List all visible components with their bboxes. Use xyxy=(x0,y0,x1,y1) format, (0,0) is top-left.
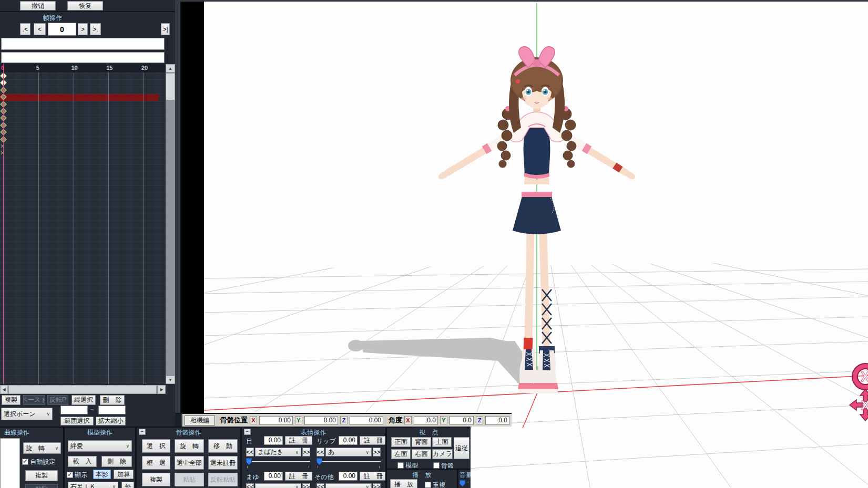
frame-last-button[interactable]: >| xyxy=(161,23,170,35)
view-follow-button[interactable]: 追従 xyxy=(454,437,469,459)
frame-first-button[interactable]: .< xyxy=(20,23,30,35)
repeat-checkbox[interactable]: 重複 xyxy=(425,481,445,488)
bone-move-button[interactable]: 移 動 xyxy=(208,439,238,453)
box-select-button[interactable]: 框 選 xyxy=(142,456,170,470)
frame-info-field-2[interactable] xyxy=(1,52,165,63)
eye-slider[interactable] xyxy=(246,458,310,465)
curve-channel-dropdown[interactable]: 旋 轉∨ xyxy=(23,442,61,454)
view-back-button[interactable]: 背面 xyxy=(412,437,431,447)
display-checkbox[interactable]: 顯示 xyxy=(67,471,87,480)
other-register-button[interactable]: 註 冊 xyxy=(360,472,385,481)
range-select-button[interactable]: 範囲選択 xyxy=(60,417,94,425)
angle-x-value[interactable]: 0.0 xyxy=(414,416,438,425)
slider-handle[interactable] xyxy=(316,458,322,465)
brow-prev-button[interactable]: << xyxy=(246,483,254,488)
view-left-button[interactable]: 左面 xyxy=(391,449,411,459)
rotate-x-gizmo[interactable]: X xyxy=(855,366,868,387)
bone-list-dropdown[interactable]: 右足ＩＫ∨ xyxy=(68,482,118,488)
self-shadow-toggle[interactable]: 本影 xyxy=(93,470,111,479)
move-x-gizmo[interactable]: X xyxy=(850,389,868,421)
delete-keyframe-button[interactable]: 刪 除 xyxy=(100,395,125,405)
keyframe-column: ✕✕ xyxy=(0,72,8,384)
bone-select-button[interactable]: 選 択 xyxy=(142,439,170,453)
eye-next-button[interactable]: >> xyxy=(302,448,310,456)
other-value[interactable]: 0.00 xyxy=(339,472,358,481)
lip-value[interactable]: 0.00 xyxy=(339,436,358,445)
eye-value[interactable]: 0.00 xyxy=(264,436,283,445)
lip-register-button[interactable]: 註 冊 xyxy=(360,436,385,445)
other-morph-dropdown[interactable]: ∨ xyxy=(325,483,372,488)
bone-paste-button[interactable]: 粘貼 xyxy=(175,473,204,486)
lip-next-button[interactable]: >> xyxy=(373,448,381,456)
other-prev-button[interactable]: << xyxy=(316,483,324,488)
auto-setting-checkbox[interactable]: 自動設定 xyxy=(22,458,55,466)
additive-toggle[interactable]: 加算 xyxy=(114,470,134,479)
bone-flip-paste-button[interactable]: 反転粘貼 xyxy=(208,473,238,486)
model-select-dropdown[interactable]: 絆愛∨ xyxy=(68,440,132,452)
vertical-scrollbar-thumb[interactable] xyxy=(166,73,175,100)
frame-prev-button[interactable]: < xyxy=(34,23,46,35)
playhead-line[interactable] xyxy=(3,64,4,384)
undo-button[interactable]: 撤销 xyxy=(20,1,56,11)
lip-slider[interactable] xyxy=(316,458,381,465)
view-top-button[interactable]: 上面 xyxy=(432,437,452,447)
frame-next-dot-button[interactable]: >. xyxy=(90,23,101,35)
eye-prev-button[interactable]: << xyxy=(246,448,254,456)
bone-copy-button[interactable]: 複製 xyxy=(142,473,170,486)
view-right-button[interactable]: 右面 xyxy=(412,449,431,459)
select-all-button[interactable]: 選中全部 xyxy=(175,456,204,470)
range-from-input[interactable] xyxy=(60,406,88,414)
scroll-up-icon[interactable]: ▲ xyxy=(166,64,175,72)
slider-handle[interactable] xyxy=(246,458,252,465)
horizontal-scrollbar-thumb[interactable] xyxy=(8,385,157,394)
redo-button[interactable]: 恢复 xyxy=(67,1,103,11)
eye-register-button[interactable]: 註 冊 xyxy=(285,436,312,445)
keyframe-marker-11[interactable]: ✕ xyxy=(0,151,5,155)
position-z-value[interactable]: 0.00 xyxy=(350,416,383,425)
paste-keyframe-button[interactable]: ペースト xyxy=(23,395,45,405)
view-camera-button[interactable]: カメラ xyxy=(432,449,453,459)
interpolation-curve-box[interactable] xyxy=(0,438,20,488)
timeline-grid[interactable] xyxy=(0,72,166,384)
lip-prev-button[interactable]: << xyxy=(316,448,324,456)
view-front-button[interactable]: 正面 xyxy=(391,437,411,447)
frame-info-field-1[interactable] xyxy=(1,38,165,50)
selected-keyframe-row[interactable] xyxy=(0,94,159,101)
bone-filter-dropdown[interactable]: 選択ボーン∨ xyxy=(1,408,53,420)
model-load-button[interactable]: 載 入 xyxy=(68,456,97,467)
brow-value[interactable]: 0.00 xyxy=(264,472,283,481)
copy-keyframe-button[interactable]: 複製 xyxy=(2,395,21,405)
column-select-button[interactable]: 縦選択 xyxy=(72,395,96,405)
vertical-scrollbar[interactable]: ▲ ▼ xyxy=(166,64,175,384)
flip-paste-button[interactable]: 反転P xyxy=(47,395,68,405)
brow-morph-dropdown[interactable]: ∨ xyxy=(255,483,301,488)
curve-copy-button[interactable]: 複製 xyxy=(25,470,58,481)
timeline-ruler[interactable]: 05101520 xyxy=(0,64,166,72)
outer-parent-button[interactable]: 外 xyxy=(121,482,134,488)
volume-slider[interactable] xyxy=(459,480,465,486)
range-to-input[interactable] xyxy=(98,406,126,414)
curve-paste-button[interactable]: 粘貼 xyxy=(25,484,58,488)
play-button[interactable]: 播 放 xyxy=(390,479,417,488)
angle-z-value[interactable]: 0.0 xyxy=(485,416,509,425)
eye-morph-dropdown[interactable]: まばたき∨ xyxy=(255,448,301,456)
frame-number-input[interactable] xyxy=(48,23,76,36)
position-x-value[interactable]: 0.00 xyxy=(259,416,293,425)
select-unregistered-button[interactable]: 選未註冊 xyxy=(208,456,238,470)
scale-button[interactable]: 拡大縮小 xyxy=(96,417,126,425)
brow-next-button[interactable]: >> xyxy=(302,483,310,488)
bone-rotate-button[interactable]: 旋 轉 xyxy=(175,439,204,453)
scroll-down-icon[interactable]: ▼ xyxy=(166,376,175,384)
angle-y-value[interactable]: 0.0 xyxy=(450,416,474,425)
camera-edit-button[interactable]: 相機編 xyxy=(185,416,215,425)
scroll-left-icon[interactable]: ◀ xyxy=(0,385,8,394)
model-delete-button[interactable]: 刪 除 xyxy=(101,456,132,467)
position-y-value[interactable]: 0.00 xyxy=(304,416,338,425)
other-next-button[interactable]: >> xyxy=(373,483,381,488)
keyframe-marker-10[interactable]: ✕ xyxy=(0,144,5,149)
frame-next-button[interactable]: > xyxy=(78,23,88,35)
lip-morph-dropdown[interactable]: あ∨ xyxy=(325,448,372,456)
scroll-right-icon[interactable]: ▶ xyxy=(158,385,166,394)
horizontal-scrollbar[interactable]: ◀ ▶ xyxy=(0,385,166,394)
brow-register-button[interactable]: 註 冊 xyxy=(285,472,312,481)
